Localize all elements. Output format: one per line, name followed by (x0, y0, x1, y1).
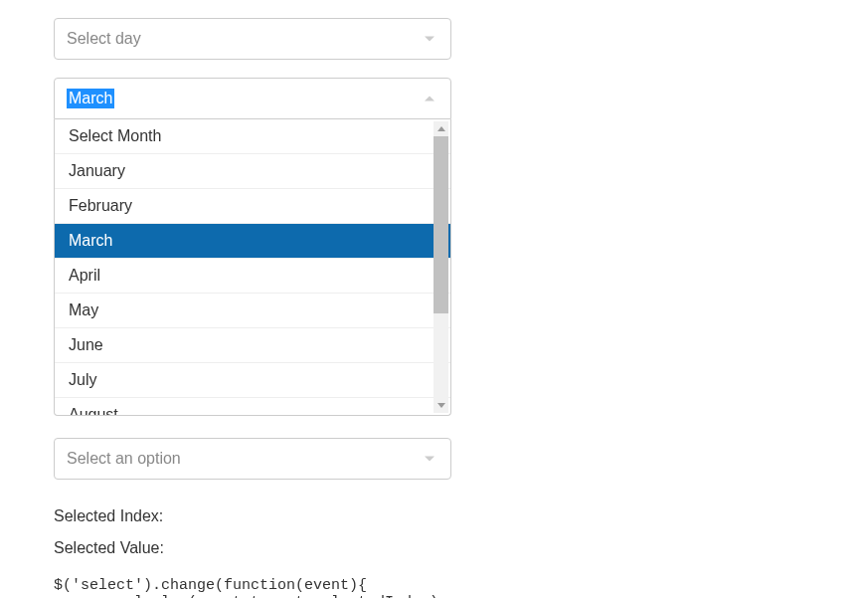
month-select[interactable]: March (54, 78, 451, 119)
month-option-july[interactable]: July (55, 363, 450, 398)
month-dropdown-panel: Select Month January February March Apri… (54, 119, 451, 416)
chevron-down-icon (425, 37, 434, 42)
selected-index-label: Selected Index: (54, 507, 814, 525)
code-snippet: $('select').change(function(event){ cons… (54, 577, 814, 598)
month-option-january[interactable]: January (55, 154, 450, 189)
selected-value-label: Selected Value: (54, 539, 814, 557)
scrollbar-up-icon[interactable] (434, 121, 448, 136)
day-select[interactable]: Select day (54, 18, 451, 60)
month-option-placeholder[interactable]: Select Month (55, 119, 450, 154)
scrollbar-thumb[interactable] (434, 136, 448, 313)
month-option-june[interactable]: June (55, 328, 450, 363)
scrollbar-down-icon[interactable] (434, 398, 448, 413)
month-select-wrapper: March Select Month January February Marc… (54, 78, 451, 119)
month-option-list: Select Month January February March Apri… (55, 119, 450, 416)
month-option-march[interactable]: March (55, 224, 450, 259)
month-option-april[interactable]: April (55, 259, 450, 294)
dropdown-scrollbar[interactable] (434, 121, 448, 413)
month-option-august[interactable]: August (55, 398, 450, 416)
month-select-value: March (67, 89, 114, 108)
chevron-down-icon (425, 457, 434, 462)
option-select-placeholder: Select an option (67, 450, 181, 468)
option-select[interactable]: Select an option (54, 438, 451, 480)
day-select-placeholder: Select day (67, 30, 141, 48)
month-option-february[interactable]: February (55, 189, 450, 224)
chevron-up-icon (425, 97, 434, 101)
month-option-may[interactable]: May (55, 294, 450, 328)
